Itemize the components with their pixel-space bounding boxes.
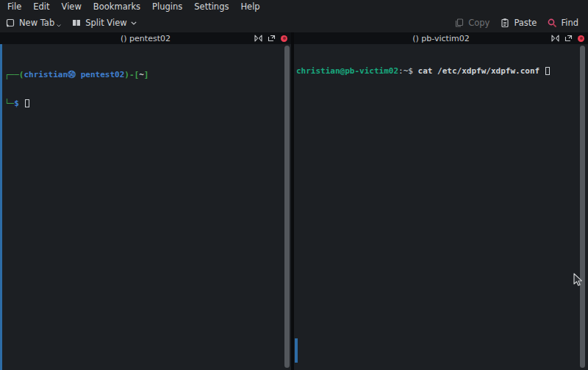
pane-titlebar-icons: [551, 32, 584, 44]
pane-title: () pb-victim02: [412, 34, 469, 43]
new-tab-label: New Tab: [19, 18, 54, 28]
menu-edit[interactable]: Edit: [27, 1, 55, 13]
terminal-pb-victim02[interactable]: christian@pb-victim02:~$ cat /etc/xdpfw/…: [294, 44, 588, 370]
paste-label: Paste: [514, 18, 537, 28]
magnifier-icon: [547, 18, 557, 28]
menu-file[interactable]: File: [1, 1, 27, 13]
toolbar-right-group: Copy Paste: [449, 15, 584, 30]
find-button[interactable]: Find: [542, 15, 584, 30]
close-view-button[interactable]: [281, 35, 287, 42]
menu-help[interactable]: Help: [234, 1, 265, 13]
paste-button[interactable]: Paste: [495, 15, 542, 30]
prompt-line-1: ┌──(christian㊿ pentest02)-[~]: [4, 70, 291, 79]
terminal-pane-pb-victim02: () pb-victim02: [294, 32, 588, 370]
scrollbar-thumb[interactable]: [284, 46, 290, 368]
tab-new-icon: [5, 18, 15, 28]
split-view-icon: [71, 18, 82, 28]
split-container: () pentest02: [0, 32, 588, 370]
maximize-view-icon[interactable]: [254, 35, 262, 42]
prompt-line-2: └─$: [4, 99, 291, 108]
scrollbar-thumb[interactable]: [580, 46, 585, 368]
pane-titlebar[interactable]: () pb-victim02: [294, 32, 588, 44]
detach-view-icon[interactable]: [268, 35, 276, 42]
split-view-label: Split View: [85, 18, 126, 28]
new-tab-button[interactable]: New Tab: [0, 15, 66, 30]
pane-titlebar-icons: [254, 32, 287, 44]
paste-clipboard-icon: [500, 18, 510, 28]
maximize-view-icon[interactable]: [551, 35, 559, 42]
command-line: christian@pb-victim02:~$ cat /etc/xdpfw/…: [296, 66, 588, 76]
menu-settings[interactable]: Settings: [188, 1, 234, 13]
menu-plugins[interactable]: Plugins: [146, 1, 188, 13]
chevron-down-icon: [131, 21, 137, 25]
detach-view-icon[interactable]: [564, 35, 573, 42]
menu-bookmarks[interactable]: Bookmarks: [87, 1, 146, 13]
pane-title: () pentest02: [121, 34, 171, 43]
copy-label: Copy: [468, 18, 490, 28]
close-view-button[interactable]: [578, 35, 584, 42]
menu-bar: File Edit View Bookmarks Plugins Setting…: [0, 0, 588, 13]
terminal-pane-pentest02: () pentest02: [0, 32, 291, 370]
terminal-cursor: [545, 67, 550, 75]
konsole-window: File Edit View Bookmarks Plugins Setting…: [0, 0, 588, 370]
scroll-highlight-bar: [295, 338, 298, 363]
copy-icon: [454, 18, 465, 28]
split-view-button[interactable]: Split View: [66, 15, 141, 30]
terminal-cursor: [25, 99, 29, 107]
main-toolbar: New Tab Split View: [0, 13, 588, 32]
pane-titlebar[interactable]: () pentest02: [0, 32, 291, 44]
scroll-highlight-bar: [0, 44, 2, 370]
terminal-pentest02[interactable]: ┌──(christian㊿ pentest02)-[~] └─$: [0, 44, 291, 370]
find-label: Find: [561, 18, 578, 28]
copy-button[interactable]: Copy: [449, 15, 495, 30]
menu-view[interactable]: View: [56, 1, 87, 13]
chevron-down-icon: [57, 24, 61, 27]
